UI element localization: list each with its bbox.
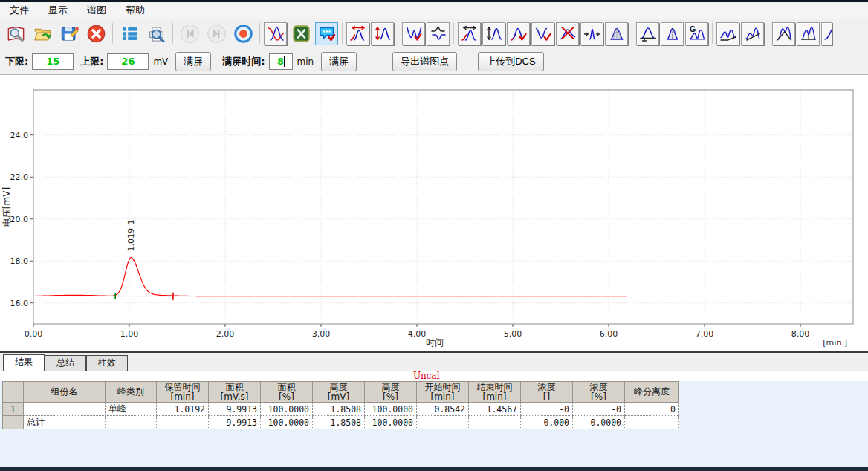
cell[interactable]: 1.4567 bbox=[469, 403, 521, 416]
cell[interactable]: 100.0000 bbox=[365, 403, 417, 416]
upper-limit-input[interactable] bbox=[107, 53, 149, 70]
toolbar-integrate-area-button[interactable] bbox=[605, 22, 628, 45]
toolbar-force-baseline-button[interactable] bbox=[636, 22, 659, 45]
toolbar-print-preview-button[interactable] bbox=[143, 22, 169, 45]
menu-view[interactable]: 显示 bbox=[39, 4, 77, 17]
toolbar-file-preview-button[interactable] bbox=[3, 22, 28, 45]
toolbar-separator bbox=[112, 23, 113, 44]
toolbar-save-button[interactable] bbox=[56, 22, 82, 45]
column-header[interactable]: 开始时间[min] bbox=[417, 382, 469, 403]
cell[interactable]: 1.8508 bbox=[313, 416, 365, 429]
tab-summary[interactable]: 总结 bbox=[45, 355, 86, 371]
toolbar-delete-peak-button[interactable] bbox=[556, 22, 579, 45]
cell[interactable]: 1.8508 bbox=[313, 403, 365, 416]
toolbar-manual-peak-width-button[interactable] bbox=[458, 22, 481, 45]
toolbar-chromatogram-view-button[interactable] bbox=[264, 22, 287, 45]
column-header[interactable]: 面积[mV.s] bbox=[209, 382, 261, 403]
cell[interactable]: 0.000 bbox=[521, 416, 573, 429]
cell[interactable] bbox=[469, 416, 521, 429]
toolbar-peak-limits-button[interactable] bbox=[580, 22, 603, 45]
cell[interactable]: -0 bbox=[521, 403, 573, 416]
toolbar-export-excel-button[interactable] bbox=[288, 22, 314, 45]
column-header[interactable]: 高度[%] bbox=[365, 382, 417, 403]
table-row[interactable]: 1单峰1.01929.9913100.00001.8508100.00000.8… bbox=[3, 403, 679, 416]
column-header[interactable]: 保留时间[min] bbox=[157, 382, 209, 403]
full-time-input[interactable] bbox=[269, 53, 293, 70]
cell[interactable]: 100.0000 bbox=[365, 416, 417, 429]
toolbar-record-button[interactable] bbox=[230, 22, 256, 45]
toolbar-baseline-per-peak-button[interactable] bbox=[716, 22, 739, 45]
toolbar-add-valley-button[interactable] bbox=[531, 22, 554, 45]
toolbar-perpendicular-drop-button[interactable] bbox=[797, 22, 820, 45]
toolbar-open-button[interactable] bbox=[30, 22, 55, 45]
cell[interactable] bbox=[157, 416, 209, 429]
toolbar-manual-peak-height-button[interactable] bbox=[482, 22, 505, 45]
toolbar-valley-detect-button[interactable] bbox=[402, 22, 425, 45]
results-tab-bar: 结果总结柱效 bbox=[0, 353, 868, 371]
valley-detect-icon bbox=[405, 25, 423, 42]
voltage-unit-label: mV bbox=[153, 56, 168, 67]
cell[interactable]: 单峰 bbox=[106, 403, 157, 416]
toolbar-close-button[interactable] bbox=[83, 22, 108, 45]
row-header[interactable]: 1 bbox=[3, 403, 24, 416]
toolbar-tangent-skim-button[interactable] bbox=[821, 22, 832, 45]
menu-file[interactable]: 文件 bbox=[0, 4, 39, 17]
upper-limit-label: 上限: bbox=[80, 55, 103, 68]
cell[interactable] bbox=[625, 416, 679, 429]
toolbar-add-peak-button[interactable] bbox=[507, 22, 530, 45]
chromatogram-panel: 0.001.002.003.004.005.006.007.008.0016.0… bbox=[0, 74, 868, 351]
column-header[interactable]: 组份名 bbox=[24, 382, 106, 403]
fit-voltage-button[interactable]: 满屏 bbox=[175, 52, 211, 71]
toolbar-negative-peak-button[interactable] bbox=[427, 22, 450, 45]
menu-help[interactable]: 帮助 bbox=[116, 4, 155, 17]
toolbar-skip-first-button[interactable] bbox=[177, 22, 202, 45]
cell[interactable]: 1.0192 bbox=[157, 403, 209, 416]
full-time-label: 满屏时间: bbox=[222, 55, 265, 68]
toolbar-peak-width-button[interactable] bbox=[346, 22, 369, 45]
table-row[interactable]: 总计9.9913100.00001.8508100.00000.0000.000… bbox=[3, 416, 679, 429]
toolbar-skip-last-button[interactable] bbox=[204, 22, 229, 45]
cell[interactable]: -0 bbox=[573, 403, 625, 416]
lower-limit-input[interactable] bbox=[32, 53, 74, 70]
export-points-button[interactable]: 导出谱图点 bbox=[392, 52, 457, 71]
cell[interactable]: 0 bbox=[625, 403, 679, 416]
toolbar-valley-drop-button[interactable] bbox=[772, 22, 795, 45]
cell[interactable] bbox=[417, 416, 469, 429]
peak-limits-icon bbox=[583, 25, 601, 42]
column-header[interactable]: 峰分离度 bbox=[625, 382, 679, 403]
toolbar-peak-table-button[interactable] bbox=[117, 22, 142, 45]
cell[interactable]: 100.0000 bbox=[261, 403, 313, 416]
column-header[interactable]: 结束时间[min] bbox=[469, 382, 521, 403]
save-icon bbox=[59, 24, 80, 44]
column-header[interactable]: 浓度[%] bbox=[573, 382, 625, 403]
cell[interactable]: 9.9913 bbox=[209, 416, 261, 429]
cell[interactable]: 9.9913 bbox=[209, 403, 261, 416]
cell[interactable]: 0.0000 bbox=[573, 416, 625, 429]
cell[interactable]: 总计 bbox=[24, 416, 106, 429]
menu-spectrum[interactable]: 谱图 bbox=[77, 4, 116, 17]
toolbar-group-peaks-button[interactable]: G bbox=[685, 22, 708, 45]
tab-results[interactable]: 结果 bbox=[3, 354, 45, 371]
toolbar-slope-baseline-button[interactable] bbox=[741, 22, 764, 45]
chromatogram-plot[interactable]: 0.001.002.003.004.005.006.007.008.0016.0… bbox=[0, 75, 868, 351]
cell[interactable]: 0.8542 bbox=[417, 403, 469, 416]
negative-peak-icon bbox=[430, 25, 447, 42]
upload-dcs-button[interactable]: 上传到DCS bbox=[478, 52, 543, 71]
fit-time-button[interactable]: 满屏 bbox=[321, 52, 357, 71]
cell[interactable] bbox=[24, 403, 106, 416]
minute-unit-label: min bbox=[297, 56, 314, 67]
column-header[interactable]: 峰类别 bbox=[106, 382, 157, 403]
toolbar-peak-height-button[interactable] bbox=[371, 22, 394, 45]
column-header[interactable]: 面积[%] bbox=[261, 382, 313, 403]
chromatogram-trace bbox=[33, 257, 627, 296]
x-tick-label: 1.00 bbox=[120, 329, 139, 339]
column-header[interactable] bbox=[3, 382, 24, 403]
row-header[interactable] bbox=[3, 416, 24, 429]
cell[interactable] bbox=[106, 416, 157, 429]
cell[interactable]: 100.0000 bbox=[261, 416, 313, 429]
toolbar-annotation-toggle-button[interactable] bbox=[315, 22, 338, 45]
toolbar-split-peak-button[interactable] bbox=[661, 22, 684, 45]
column-header[interactable]: 高度[mV] bbox=[313, 382, 365, 403]
column-header[interactable]: 浓度[] bbox=[521, 382, 573, 403]
tab-column-efficiency[interactable]: 柱效 bbox=[86, 355, 128, 371]
